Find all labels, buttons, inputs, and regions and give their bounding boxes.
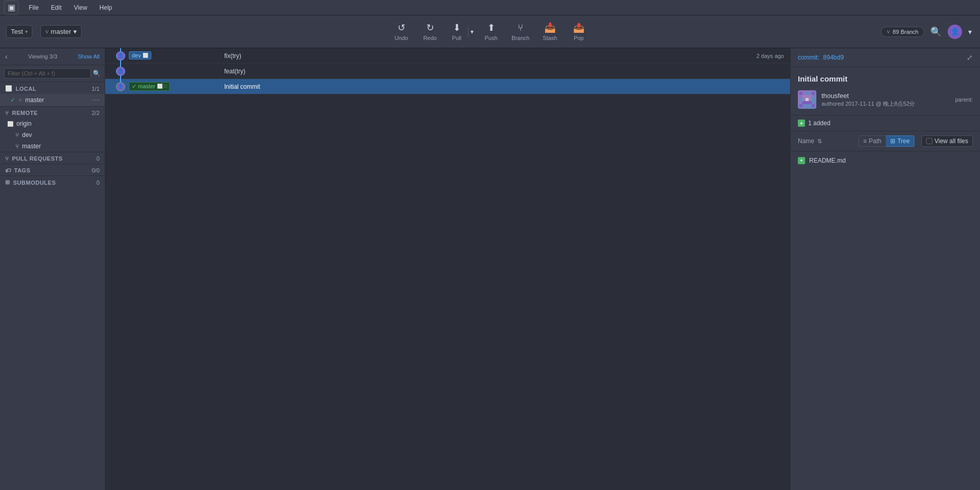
pop-icon: 📤	[573, 22, 584, 33]
right-panel-header: commit: 894bd9 ⤢	[791, 48, 980, 67]
undo-label: Undo	[395, 35, 408, 41]
menu-help[interactable]: Help	[97, 3, 114, 12]
origin-name: origin	[16, 120, 31, 127]
settings-button[interactable]: ▾	[966, 26, 974, 38]
stash-button[interactable]: 📥 Stash	[537, 19, 563, 44]
push-label: Push	[485, 35, 498, 41]
parent-label: parent:	[955, 96, 973, 103]
parent-section: parent:	[955, 96, 973, 103]
commit-info-1: fix(try) 2 days ago	[218, 52, 790, 60]
expand-button[interactable]: ⤢	[967, 53, 973, 62]
menu-bar: File Edit View Help	[27, 3, 114, 12]
commit-row[interactable]: 👤 ✓ master ⬜ □ Initial commit	[105, 79, 790, 94]
tree-label: Tree	[897, 138, 910, 145]
view-toggle: ≡ Path ⊞ Tree	[858, 135, 914, 147]
search-button[interactable]: 🔍	[928, 24, 944, 40]
remote-section-title: ⑂ REMOTE	[5, 110, 38, 116]
author-info: thousfeet authored 2017-11-11 @ 晚上8点52分	[821, 92, 950, 108]
toolbar-right: ⑂ 89 Branch 🔍 👤 ▾	[881, 24, 974, 40]
redo-button[interactable]: ↻ Redo	[417, 19, 443, 44]
commit-avatar: 👤	[116, 52, 125, 60]
list-item[interactable]: + README.md	[791, 154, 980, 167]
title-bar: ▣ File Edit View Help	[0, 0, 980, 15]
filter-search-icon[interactable]: 🔍	[93, 70, 101, 77]
sidebar-show-all-button[interactable]: Show All	[78, 53, 100, 60]
local-count: 1/1	[92, 86, 100, 92]
tags-icon: 🏷	[5, 167, 11, 173]
remote-section-header[interactable]: ⑂ REMOTE 2/2	[0, 107, 105, 118]
local-label: LOCAL	[16, 86, 36, 92]
sidebar-back-button[interactable]: ‹	[5, 52, 8, 61]
pr-icon: ⑂	[5, 155, 9, 162]
tree-view-button[interactable]: ⊞ Tree	[886, 135, 914, 147]
sort-icon[interactable]: ⇅	[817, 138, 822, 145]
origin-master-item[interactable]: ⑂ master	[0, 141, 105, 152]
menu-view[interactable]: View	[72, 3, 89, 12]
submodules-section-header[interactable]: ⊞ SUBMODULES 0	[0, 176, 105, 188]
repo-chevron-icon: ▾	[25, 29, 28, 34]
view-all-checkbox[interactable]	[926, 138, 932, 144]
pop-button[interactable]: 📤 Pop	[565, 19, 592, 44]
commit-message: fix(try)	[224, 52, 241, 60]
commit-message: feat(try)	[224, 68, 245, 75]
added-count: 1 added	[808, 120, 830, 127]
author-avatar	[798, 90, 816, 109]
view-all-label: View all files	[934, 138, 968, 145]
master-branch-item[interactable]: ✓ ⑂ master ⋯	[0, 94, 105, 106]
tags-label: TAGS	[14, 167, 31, 173]
local-section-header[interactable]: ⬜ LOCAL 1/1	[0, 82, 105, 94]
graph-area: 👤 dev ⬜ fix(try) 2 days ago	[105, 48, 790, 490]
local-section-title: ⬜ LOCAL	[5, 85, 36, 92]
app-logo: ▣	[4, 1, 18, 15]
tags-count: 0/0	[92, 167, 100, 173]
commit-avatar: 👤	[116, 67, 125, 75]
pop-label: Pop	[574, 35, 584, 41]
author-name: thousfeet	[821, 92, 950, 100]
menu-file[interactable]: File	[27, 3, 41, 12]
author-date: authored 2017-11-11 @ 晚上8点52分	[821, 100, 950, 108]
remote-count: 2/2	[92, 110, 100, 116]
branch-button[interactable]: ⑂ Branch	[506, 19, 535, 44]
tags-section: 🏷 TAGS 0/0	[0, 164, 105, 175]
undo-button[interactable]: ↺ Undo	[388, 19, 415, 44]
remote-section: ⑂ REMOTE 2/2 ⬜ origin ⑂ dev ⑂ master	[0, 106, 105, 152]
push-button[interactable]: ⬆ Push	[478, 19, 504, 44]
branch-action-label: Branch	[512, 35, 530, 41]
repo-selector[interactable]: Test ▾	[6, 25, 32, 38]
files-toolbar-left: Name ⇅	[798, 138, 854, 145]
branch-count-icon: ⑂	[887, 29, 890, 35]
branch-selector[interactable]: ⑂ master ▾	[41, 25, 82, 38]
pr-section-header[interactable]: ⑂ PULL REQUESTS 0	[0, 152, 105, 164]
undo-icon: ↺	[398, 22, 405, 33]
filter-input[interactable]	[4, 68, 91, 79]
remote-label: REMOTE	[12, 110, 38, 116]
menu-edit[interactable]: Edit	[49, 3, 64, 12]
file-name: README.md	[809, 157, 846, 164]
pull-arrow-button[interactable]: ▾	[468, 26, 476, 37]
branch-icon: ⑂	[45, 29, 49, 35]
origin-remote-item[interactable]: ⬜ origin	[0, 118, 105, 129]
redo-icon: ↻	[426, 22, 434, 33]
pull-button[interactable]: ⬇ Pull	[445, 19, 468, 44]
user-avatar[interactable]: 👤	[948, 25, 962, 39]
commit-row[interactable]: 👤 dev ⬜ fix(try) 2 days ago	[105, 48, 790, 64]
pr-count: 0	[96, 155, 100, 162]
branch-count-badge[interactable]: ⑂ 89 Branch	[881, 27, 924, 37]
path-view-button[interactable]: ≡ Path	[858, 135, 886, 147]
commit-row[interactable]: 👤 feat(try)	[105, 64, 790, 79]
master-more-button[interactable]: ⋯	[92, 96, 100, 104]
origin-dev-item[interactable]: ⑂ dev	[0, 129, 105, 141]
commit-info-2: feat(try)	[218, 68, 790, 75]
pull-icon: ⬇	[453, 22, 461, 33]
files-toolbar: Name ⇅ ≡ Path ⊞ Tree View all files	[791, 131, 980, 151]
right-panel: commit: 894bd9 ⤢ Initial commit	[790, 48, 980, 490]
commit-hash-value: 894bd9	[823, 54, 844, 61]
path-icon: ≡	[863, 138, 867, 145]
file-added-icon: +	[798, 157, 805, 164]
tags-section-header[interactable]: 🏷 TAGS 0/0	[0, 164, 105, 175]
sidebar-header: ‹ Viewing 3/3 Show All	[0, 48, 105, 65]
added-badge: + 1 added	[791, 115, 980, 131]
branch-count-label: 89 Branch	[893, 29, 918, 35]
master-sub-branch-icon: ⑂	[15, 143, 19, 150]
view-all-files-button[interactable]: View all files	[922, 135, 973, 147]
